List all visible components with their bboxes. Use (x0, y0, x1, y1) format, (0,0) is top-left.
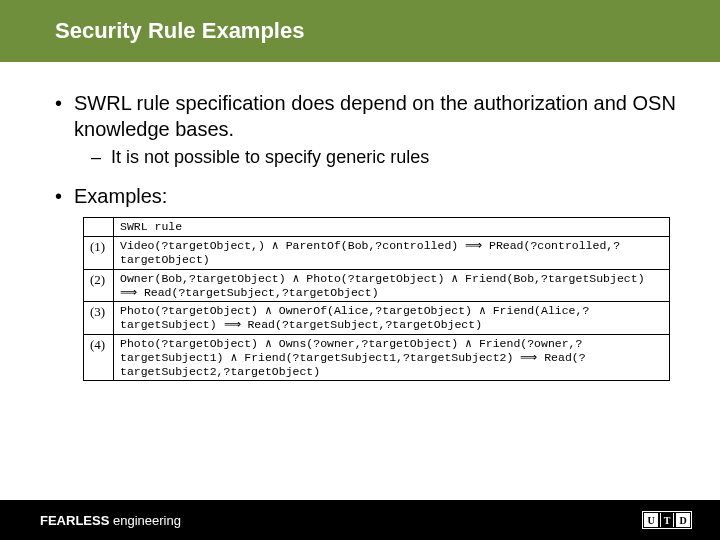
table-header-empty (84, 218, 114, 237)
footer-brand-bold: FEARLESS (40, 513, 109, 528)
content-area: • SWRL rule specification does depend on… (0, 62, 720, 381)
page-title: Security Rule Examples (55, 18, 680, 44)
row-rule: Photo(?targetObject) ∧ Owns(?owner,?targ… (114, 334, 670, 380)
table-header-row: SWRL rule (84, 218, 670, 237)
row-index: (3) (84, 302, 114, 335)
row-rule: Photo(?targetObject) ∧ OwnerOf(Alice,?ta… (114, 302, 670, 335)
bullet-dot-icon: • (55, 183, 62, 209)
row-index: (1) (84, 237, 114, 270)
table-row: (1) Video(?targetObject,) ∧ ParentOf(Bob… (84, 237, 670, 270)
bullet-1: • SWRL rule specification does depend on… (55, 90, 680, 142)
bullet-1-text: SWRL rule specification does depend on t… (74, 90, 680, 142)
table-row: (4) Photo(?targetObject) ∧ Owns(?owner,?… (84, 334, 670, 380)
utd-logo-d: D (676, 513, 690, 527)
bullet-dash-icon: – (91, 146, 101, 169)
table-row: (3) Photo(?targetObject) ∧ OwnerOf(Alice… (84, 302, 670, 335)
utd-logo-t: T (660, 513, 674, 527)
bullet-dot-icon: • (55, 90, 62, 142)
rules-table: SWRL rule (1) Video(?targetObject,) ∧ Pa… (83, 217, 670, 381)
table-header-label: SWRL rule (114, 218, 670, 237)
row-index: (4) (84, 334, 114, 380)
footer-brand-light: engineering (109, 513, 181, 528)
title-bar: Security Rule Examples (0, 0, 720, 62)
bullet-1a: – It is not possible to specify generic … (91, 146, 680, 169)
rules-table-wrap: SWRL rule (1) Video(?targetObject,) ∧ Pa… (83, 217, 670, 381)
table-row: (2) Owner(Bob,?targetObject) ∧ Photo(?ta… (84, 269, 670, 302)
row-rule: Owner(Bob,?targetObject) ∧ Photo(?target… (114, 269, 670, 302)
footer-bar: FEARLESS engineering U T D (0, 500, 720, 540)
bullet-2: • Examples: (55, 183, 680, 209)
utd-logo-u: U (644, 513, 658, 527)
row-index: (2) (84, 269, 114, 302)
footer-brand: FEARLESS engineering (40, 513, 181, 528)
row-rule: Video(?targetObject,) ∧ ParentOf(Bob,?co… (114, 237, 670, 270)
utd-logo: U T D (642, 511, 692, 529)
bullet-1a-text: It is not possible to specify generic ru… (111, 146, 429, 169)
bullet-2-text: Examples: (74, 183, 167, 209)
